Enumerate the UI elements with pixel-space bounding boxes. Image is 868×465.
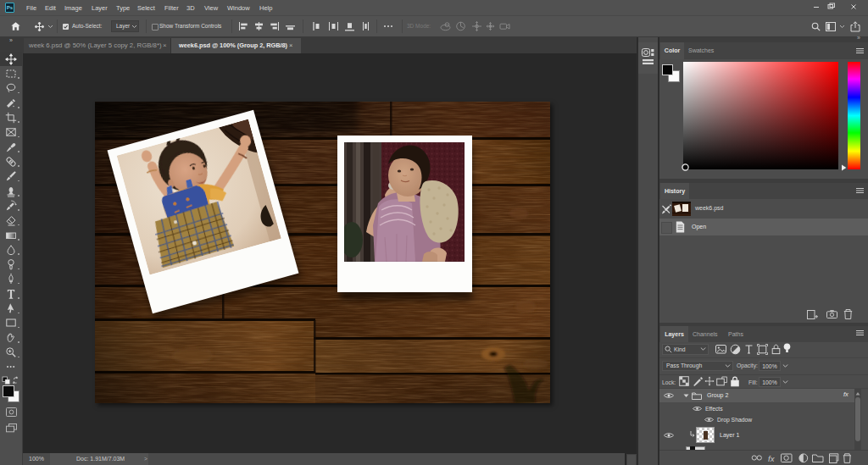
svg-text:fx: fx: [768, 454, 776, 463]
